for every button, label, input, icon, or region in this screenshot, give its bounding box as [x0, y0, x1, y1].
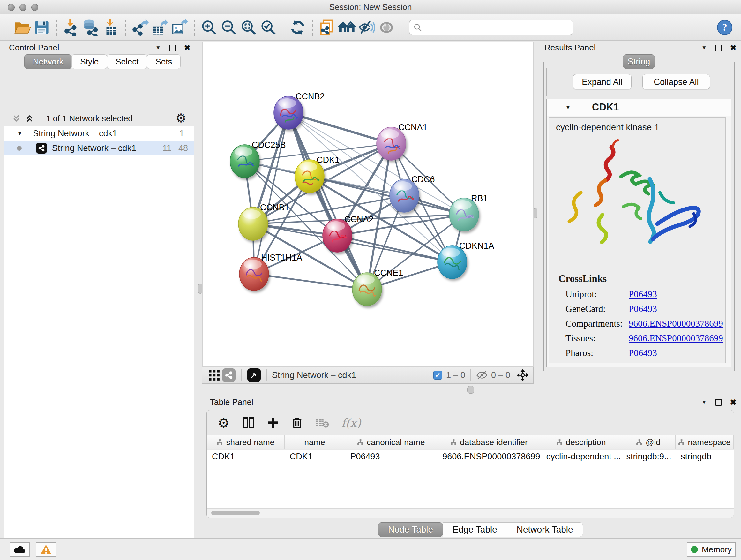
network-view-button[interactable]: [221, 368, 236, 382]
network-from-selection-button[interactable]: [317, 17, 337, 37]
table-body: CDK1CDK1P064939606.ENSP00000378699cyclin…: [207, 449, 734, 509]
zoom-selected-button[interactable]: [259, 17, 278, 37]
zoom-fit-content-button[interactable]: [239, 17, 259, 37]
warning-status-button[interactable]: [36, 542, 56, 557]
import-table-button[interactable]: [101, 17, 121, 37]
tab-node-table[interactable]: Node Table: [378, 522, 443, 537]
tab-sets[interactable]: Sets: [147, 54, 181, 69]
edge-CCNB2-CCNA1[interactable]: [288, 113, 391, 144]
network-node-CDK1[interactable]: CDK1: [295, 155, 340, 193]
table-panel-collapse-icon[interactable]: ▼: [701, 399, 707, 406]
save-session-button[interactable]: [32, 17, 52, 37]
tab-network[interactable]: Network: [24, 54, 72, 69]
column-header-database-identifier[interactable]: database identifier: [437, 435, 541, 449]
results-scrollbar[interactable]: [727, 118, 731, 363]
import-network-button[interactable]: [61, 17, 81, 37]
grid-view-button[interactable]: [207, 368, 221, 382]
network-node-count: 11: [162, 143, 172, 153]
network-node-RB1[interactable]: RB1: [449, 193, 488, 231]
apply-preferred-layout-button[interactable]: [288, 17, 308, 37]
selected-visible-checkbox[interactable]: ✓: [433, 371, 442, 380]
network-node-CCNB2[interactable]: CCNB2: [274, 91, 325, 129]
column-header-shared-name[interactable]: shared name: [207, 435, 285, 449]
export-image-button[interactable]: [170, 17, 190, 37]
control-panel-collapse-icon[interactable]: ▼: [155, 45, 161, 51]
results-panel-close-icon[interactable]: ✖: [730, 44, 737, 52]
memory-status-dot-icon: [691, 546, 698, 553]
right-splitter-handle[interactable]: [533, 208, 537, 219]
entry-collapse-triangle-icon[interactable]: ▼: [565, 104, 571, 111]
export-network-icon: [131, 19, 149, 36]
column-header-name[interactable]: name: [285, 435, 345, 449]
zoom-out-button[interactable]: [219, 17, 239, 37]
column-header--id[interactable]: @id: [621, 435, 676, 449]
network-collection-row[interactable]: ▼ String Network – cdk1 1: [4, 126, 194, 141]
edge-CCNA2-CDKN1A[interactable]: [337, 236, 452, 262]
column-header-namespace[interactable]: namespace: [676, 435, 734, 449]
network-node-HIST1H1A[interactable]: HIST1H1A: [239, 253, 302, 291]
show-graphics-details-button[interactable]: [377, 17, 396, 37]
delete-column-icon[interactable]: [291, 417, 303, 429]
table-horizontal-scrollbar[interactable]: [207, 508, 734, 517]
table-cell[interactable]: 9606.ENSP00000378699: [437, 449, 541, 463]
expand-all-button[interactable]: Expand All: [573, 74, 631, 89]
cloud-status-button[interactable]: [10, 542, 30, 557]
pan-mode-button[interactable]: [515, 368, 530, 382]
crosslink-link[interactable]: P06493: [629, 289, 657, 300]
search-input[interactable]: [409, 20, 573, 35]
results-panel-collapse-icon[interactable]: ▼: [701, 45, 707, 51]
control-panel-close-icon[interactable]: ✖: [184, 44, 191, 52]
network-node-CDKN1A[interactable]: CDKN1A: [437, 241, 494, 279]
table-scrollbar-thumb[interactable]: [211, 510, 260, 515]
crosslink-link[interactable]: P06493: [629, 304, 657, 314]
network-options-gear-icon[interactable]: ⚙: [176, 111, 186, 125]
column-header-description[interactable]: description: [541, 435, 621, 449]
table-cell[interactable]: P06493: [345, 449, 437, 463]
memory-button[interactable]: Memory: [687, 542, 736, 557]
export-network-button[interactable]: [130, 17, 150, 37]
table-row[interactable]: CDK1CDK1P064939606.ENSP00000378699cyclin…: [207, 449, 734, 463]
table-panel-close-icon[interactable]: ✖: [730, 398, 737, 407]
table-options-gear-icon[interactable]: ⚙: [218, 415, 230, 431]
hide-selected-button[interactable]: [357, 17, 377, 37]
import-network-from-database-button[interactable]: [81, 17, 101, 37]
bottom-splitter-handle[interactable]: [467, 386, 474, 394]
network-row[interactable]: String Network – cdk1 11 48: [4, 141, 194, 155]
crosslink-link[interactable]: 9606.ENSP00000378699: [629, 333, 723, 344]
edge-CCNE1-HIST1H1A[interactable]: [254, 274, 367, 289]
network-canvas[interactable]: CCNB2CCNA1CDC25BCDK1CDC6RB1CCNB1CCNA2CDK…: [202, 42, 534, 367]
first-neighbors-button[interactable]: [337, 17, 357, 37]
crosslink-link[interactable]: P06493: [629, 348, 657, 358]
table-cell[interactable]: stringdb: [676, 449, 734, 463]
left-splitter-handle[interactable]: [198, 284, 202, 294]
edge-CCNB2-CCNE1[interactable]: [288, 113, 367, 289]
edge-CCNB2-HIST1H1A[interactable]: [254, 113, 288, 274]
add-column-icon[interactable]: [267, 417, 279, 429]
network-node-CCNA1[interactable]: CCNA1: [377, 123, 428, 160]
collapse-all-button[interactable]: Collapse All: [643, 74, 710, 89]
tab-network-table[interactable]: Network Table: [507, 522, 583, 537]
tab-edge-table[interactable]: Edge Table: [443, 522, 507, 537]
export-table-button[interactable]: [150, 17, 170, 37]
table-cell[interactable]: CDK1: [285, 449, 345, 463]
open-session-button[interactable]: [12, 17, 32, 37]
help-button[interactable]: ?: [715, 17, 735, 37]
tab-string[interactable]: String: [623, 54, 655, 69]
birdseye-view-button[interactable]: [247, 368, 261, 382]
results-entry-header[interactable]: ▼ CDK1: [547, 99, 731, 116]
columns-icon[interactable]: [242, 416, 255, 429]
table-cell[interactable]: stringdb:9...: [621, 449, 676, 463]
zoom-in-button[interactable]: [199, 17, 219, 37]
tree-expander-icon[interactable]: ▼: [17, 130, 23, 137]
table-panel-float-icon[interactable]: [715, 399, 722, 406]
control-panel-float-icon[interactable]: [169, 45, 176, 51]
column-header-label: @id: [646, 437, 661, 447]
table-cell[interactable]: CDK1: [207, 449, 285, 463]
tab-select[interactable]: Select: [107, 54, 147, 69]
results-panel-float-icon[interactable]: [715, 45, 722, 51]
tab-style[interactable]: Style: [71, 54, 107, 69]
crosslink-link[interactable]: 9606.ENSP00000378699: [629, 318, 723, 329]
column-header-canonical-name[interactable]: canonical name: [345, 435, 437, 449]
network-node-CCNB1[interactable]: CCNB1: [239, 203, 289, 240]
table-cell[interactable]: cyclin-dependent ...: [541, 449, 621, 463]
